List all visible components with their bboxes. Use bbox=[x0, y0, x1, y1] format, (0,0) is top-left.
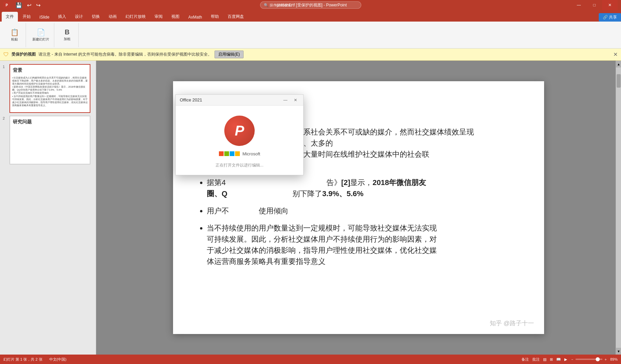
dialog-powerpoint-logo: P bbox=[224, 116, 255, 146]
title-bar: P 💾 ↩ ↪ 🔍 操作说明搜索 ~present.rtf [受保护的视图] -… bbox=[0, 0, 621, 10]
tab-slideshow[interactable]: 幻灯片放映 bbox=[121, 12, 150, 22]
bullet-4: 当不持续使用的用户数量达到一定规模时，可能导致社交媒体无法实现可持续发展。因此，… bbox=[207, 222, 524, 267]
bold-icon: B bbox=[65, 28, 69, 36]
dialog-titlebar: Office 2021 — ✕ bbox=[176, 95, 303, 105]
dialog-loading-text: 正在打开文件以进行编辑... bbox=[216, 162, 263, 168]
normal-view-btn[interactable]: ▤ bbox=[543, 357, 546, 362]
new-slide-button[interactable]: 📄 新建幻灯片 bbox=[30, 27, 51, 43]
close-button[interactable]: ✕ bbox=[602, 0, 618, 10]
save-quick-btn[interactable]: 💾 bbox=[14, 2, 24, 8]
dialog-minimize-btn[interactable]: — bbox=[281, 97, 290, 103]
paste-button[interactable]: 📋 粘贴 bbox=[6, 27, 23, 43]
notes-btn[interactable]: 备注 bbox=[521, 357, 529, 362]
tab-file[interactable]: 文件 bbox=[2, 12, 18, 22]
status-right: 备注 批注 ▤ ⊞ 📖 ▶ － ＋ 89% bbox=[521, 357, 618, 362]
bullet-2: 据第42次《中国互联网络发展状况统告》[2]显示，2018年微信朋友圈、QQ空间… bbox=[207, 177, 524, 199]
tab-animations[interactable]: 动画 bbox=[105, 12, 121, 22]
slide-num-1: 1 bbox=[3, 64, 7, 69]
tab-insert[interactable]: 插入 bbox=[54, 12, 70, 22]
tab-home[interactable]: 开始 bbox=[19, 12, 35, 22]
ms-square-green bbox=[224, 151, 229, 156]
scroll-thumb[interactable] bbox=[617, 74, 621, 88]
protected-message: 请注意 - 来自 Internet 的文件可能包含病毒。除非需要编辑，否则保持在… bbox=[38, 52, 212, 57]
ribbon-group-clipboard: 📋 粘贴 bbox=[3, 23, 26, 47]
ribbon-tabs: 文件 开始 iSlide 插入 设计 切换 动画 幻灯片放映 审阅 视图 AxM… bbox=[0, 10, 621, 22]
tab-view[interactable]: 视图 bbox=[167, 12, 184, 22]
vertical-scrollbar[interactable]: ▲ ▼ bbox=[616, 61, 621, 355]
new-slide-icon: 📄 bbox=[37, 28, 45, 36]
undo-quick-btn[interactable]: ↩ bbox=[26, 2, 33, 8]
microsoft-logo: Microsoft bbox=[219, 151, 260, 156]
zoom-out-btn[interactable]: － bbox=[570, 357, 574, 362]
tab-help[interactable]: 帮助 bbox=[207, 12, 223, 22]
slide-thumbnail-2[interactable]: 2 研究问题 bbox=[3, 116, 93, 164]
bullet-3: 用户不持续使用使用倾向 bbox=[207, 205, 524, 216]
enable-editing-button[interactable]: 启用编辑(E) bbox=[215, 51, 244, 58]
powerpoint-logo-letter: P bbox=[235, 123, 244, 139]
scroll-up-btn[interactable]: ▲ bbox=[616, 61, 621, 67]
scroll-down-btn[interactable]: ▼ bbox=[616, 348, 621, 355]
window-title: ~present.rtf [受保护的视图] - PowerPoint bbox=[274, 2, 347, 8]
office-2021-dialog: Office 2021 — ✕ P Microsoft 正在打开文件以进行编辑.… bbox=[175, 94, 304, 175]
tab-review[interactable]: 审阅 bbox=[150, 12, 167, 22]
slide-image-2: 研究问题 bbox=[9, 116, 90, 164]
main-area: 1 背景 • 社交媒体成为人们构建和维系社会关系不可或缺的媒介，然而社交媒体绩效… bbox=[0, 61, 621, 355]
comments-btn[interactable]: 批注 bbox=[532, 357, 540, 362]
tab-axmath[interactable]: AxMath bbox=[184, 13, 206, 22]
dialog-close-btn[interactable]: ✕ bbox=[291, 97, 300, 103]
slideshow-btn[interactable]: ▶ bbox=[564, 357, 567, 362]
slide-panel: 1 背景 • 社交媒体成为人们构建和维系社会关系不可或缺的媒介，然而社交媒体绩效… bbox=[0, 61, 96, 355]
slide-info: 幻灯片 第 1 张，共 2 张 bbox=[3, 357, 43, 362]
quick-access: P 💾 ↩ ↪ bbox=[3, 2, 42, 8]
dialog-body: P Microsoft 正在打开文件以进行编辑... bbox=[176, 105, 303, 175]
watermark: 知乎 @路子十一 bbox=[490, 319, 534, 327]
window-controls: — □ ✕ bbox=[571, 0, 618, 10]
tab-design[interactable]: 设计 bbox=[71, 12, 87, 22]
share-button[interactable]: 🔗 共享 bbox=[599, 13, 621, 22]
zoom-thumb bbox=[596, 357, 600, 361]
slide-sorter-btn[interactable]: ⊞ bbox=[550, 357, 553, 362]
paste-icon: 📋 bbox=[10, 28, 19, 36]
ribbon-group-slides: 📄 新建幻灯片 bbox=[28, 23, 54, 47]
slide-num-2: 2 bbox=[3, 116, 7, 120]
protected-label: 受保护的视图 bbox=[11, 52, 36, 57]
maximize-button[interactable]: □ bbox=[587, 0, 602, 10]
shield-icon: 🛡 bbox=[3, 52, 9, 58]
zoom-slider[interactable] bbox=[575, 359, 602, 360]
dialog-title: Office 2021 bbox=[180, 97, 202, 102]
bold-button[interactable]: B 加粗 bbox=[59, 27, 76, 42]
zoom-in-btn[interactable]: ＋ bbox=[604, 357, 608, 362]
close-bar-button[interactable]: ✕ bbox=[613, 51, 618, 58]
minimize-button[interactable]: — bbox=[571, 0, 587, 10]
reading-view-btn[interactable]: 📖 bbox=[556, 357, 561, 362]
ribbon-content: 📋 粘贴 📄 新建幻灯片 B 加粗 bbox=[0, 22, 621, 49]
zoom-control[interactable]: － ＋ 89% bbox=[570, 357, 618, 362]
slide-thumbnail-1[interactable]: 1 背景 • 社交媒体成为人们构建和维系社会关系不可或缺的媒介，然而社交媒体绩效… bbox=[3, 64, 93, 113]
tab-transitions[interactable]: 切换 bbox=[88, 12, 104, 22]
redo-quick-btn[interactable]: ↪ bbox=[35, 2, 42, 8]
ribbon-group-font: B 加粗 bbox=[56, 23, 79, 47]
protected-view-bar: 🛡 受保护的视图 请注意 - 来自 Internet 的文件可能包含病毒。除非需… bbox=[0, 49, 621, 61]
powerpoint-logo-circle: P bbox=[224, 116, 255, 146]
content-area: 背景 社交媒体已成为人们构建和维系社会关系不可或缺的媒介，然而社交媒体绩效呈现下… bbox=[96, 61, 621, 355]
ms-square-yellow bbox=[235, 151, 240, 156]
tab-baiduyun[interactable]: 百度网盘 bbox=[224, 12, 248, 22]
language-info: 中文(中国) bbox=[49, 357, 66, 362]
ms-square-red bbox=[219, 151, 224, 156]
tab-islide[interactable]: iSlide bbox=[35, 13, 53, 22]
powerpoint-icon: P bbox=[3, 2, 10, 8]
status-left: 幻灯片 第 1 张，共 2 张 中文(中国) bbox=[3, 357, 66, 362]
ms-square-blue bbox=[230, 151, 234, 156]
dialog-controls: — ✕ bbox=[281, 97, 300, 103]
microsoft-label: Microsoft bbox=[243, 151, 260, 156]
slide-image-1: 背景 • 社交媒体成为人们构建和维系社会关系不可或缺的媒介，然而社交媒体绩效呈下… bbox=[9, 64, 90, 113]
status-bar: 幻灯片 第 1 张，共 2 张 中文(中国) 备注 批注 ▤ ⊞ 📖 ▶ － ＋… bbox=[0, 355, 621, 364]
zoom-level[interactable]: 89% bbox=[610, 357, 618, 361]
